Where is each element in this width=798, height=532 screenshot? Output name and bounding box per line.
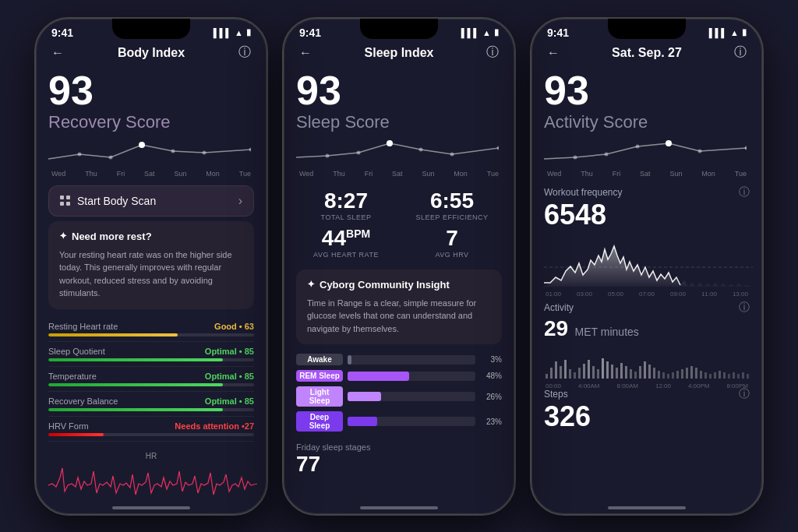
svg-rect-59 bbox=[728, 374, 730, 379]
status-icons-3: ▌▌▌ ▲ ▮ bbox=[709, 27, 747, 37]
wifi-icon-2: ▲ bbox=[482, 28, 491, 37]
home-indicator-2 bbox=[360, 506, 438, 509]
workout-freq-section: Workout frequency ⓘ 6548 bbox=[531, 181, 762, 229]
svg-point-9 bbox=[419, 147, 423, 151]
svg-rect-39 bbox=[634, 372, 637, 379]
insight-title-1: Need more rest? bbox=[72, 231, 152, 242]
svg-rect-40 bbox=[639, 366, 641, 379]
info-icon-steps[interactable]: ⓘ bbox=[739, 387, 750, 401]
battery-icon: ▮ bbox=[246, 27, 251, 37]
stage-rem: REM Sleep 48% bbox=[296, 370, 502, 382]
stage-deep: Deep Sleep 23% bbox=[296, 411, 502, 432]
notch-3 bbox=[608, 19, 686, 39]
svg-rect-62 bbox=[742, 372, 744, 379]
notch-2 bbox=[360, 19, 438, 39]
svg-rect-35 bbox=[616, 368, 618, 379]
svg-rect-22 bbox=[555, 361, 557, 379]
svg-rect-37 bbox=[625, 366, 627, 379]
svg-rect-25 bbox=[569, 369, 571, 379]
sleep-stages: Awake 3% REM Sleep 48% Lig bbox=[284, 351, 514, 439]
insight-card-2: ✦ Cyborg Community Insight Time in Range… bbox=[296, 270, 502, 345]
svg-rect-51 bbox=[690, 366, 693, 379]
activity-section: Activity ⓘ 29 MET minutes bbox=[531, 298, 762, 341]
status-icons-2: ▌▌▌ ▲ ▮ bbox=[461, 27, 499, 37]
svg-rect-58 bbox=[723, 372, 726, 379]
stat-avg-hr: 44BPM AVG HEART RATE bbox=[296, 227, 396, 259]
mini-chart-1: WedThuFriSatSunMonTue bbox=[36, 132, 267, 181]
workout-chart-axis: 01:00 03:00 05:00 07:00 09:00 11:00 13:0… bbox=[544, 291, 750, 298]
svg-point-12 bbox=[666, 140, 672, 146]
nav-title-3: Sat. Sep. 27 bbox=[612, 46, 682, 60]
metrics-list-1: Resting Heart rate Good • 63 Sleep Quoti… bbox=[36, 314, 267, 445]
score-section-1: 93 Recovery Score bbox=[36, 67, 267, 132]
score-label-1: Recovery Score bbox=[48, 112, 254, 132]
nav-title-1: Body Index bbox=[118, 46, 185, 60]
stat-total-sleep: 8:27 TOTAL SLEEP bbox=[296, 190, 396, 221]
svg-point-11 bbox=[497, 146, 500, 150]
body-scan-button[interactable]: Start Body Scan › bbox=[48, 185, 254, 217]
info-button-3[interactable]: ⓘ bbox=[731, 44, 750, 62]
svg-point-4 bbox=[203, 150, 207, 154]
back-button-3[interactable]: ← bbox=[544, 44, 563, 62]
sleep-stats: 8:27 TOTAL SLEEP 6:55 SLEEP EFFICIENCY 4… bbox=[284, 184, 514, 265]
nav-bar-3: ← Sat. Sep. 27 ⓘ bbox=[531, 42, 762, 67]
steps-value: 326 bbox=[544, 403, 750, 431]
chart-svg-1 bbox=[48, 137, 251, 165]
mini-chart-2: WedThuFriSatSunMonTue bbox=[284, 132, 514, 181]
svg-rect-49 bbox=[681, 369, 683, 379]
info-button-2[interactable]: ⓘ bbox=[483, 44, 502, 62]
svg-point-15 bbox=[636, 144, 640, 148]
svg-point-5 bbox=[249, 147, 252, 151]
phone-body-index: 9:41 ▌▌▌ ▲ ▮ ← Body Index ⓘ 93 Recovery … bbox=[34, 17, 268, 516]
insight-icon-1: ✦ bbox=[59, 231, 67, 241]
nav-title-2: Sleep Index bbox=[365, 46, 434, 60]
svg-rect-44 bbox=[658, 371, 660, 379]
svg-point-6 bbox=[387, 140, 393, 146]
met-value: 29 MET minutes bbox=[544, 316, 750, 341]
chart-svg-2 bbox=[296, 137, 499, 165]
svg-point-2 bbox=[109, 155, 113, 159]
activity-label: Activity bbox=[544, 302, 574, 313]
chart-svg-3 bbox=[544, 137, 747, 165]
phones-container: 9:41 ▌▌▌ ▲ ▮ ← Body Index ⓘ 93 Recovery … bbox=[26, 9, 772, 523]
svg-rect-53 bbox=[700, 371, 702, 379]
score-section-2: 93 Sleep Score bbox=[284, 67, 514, 132]
back-button-2[interactable]: ← bbox=[296, 44, 315, 62]
battery-icon-3: ▮ bbox=[742, 27, 747, 37]
svg-rect-46 bbox=[667, 374, 669, 379]
svg-point-7 bbox=[326, 153, 330, 157]
info-icon-activity[interactable]: ⓘ bbox=[739, 301, 750, 315]
svg-rect-48 bbox=[676, 371, 679, 379]
home-indicator-1 bbox=[112, 506, 190, 509]
svg-rect-57 bbox=[719, 371, 721, 379]
time-1: 9:41 bbox=[51, 26, 73, 39]
body-scan-label: Start Body Scan bbox=[77, 195, 156, 207]
svg-rect-28 bbox=[583, 364, 585, 379]
activity-chart: 00:00 4:00AM 8:00AM 12:00 4:00PM 8:00PM bbox=[531, 341, 762, 384]
metric-row-hrv-form: HRV Form Needs attention •27 bbox=[48, 417, 254, 442]
wifi-icon-3: ▲ bbox=[730, 28, 739, 37]
svg-point-10 bbox=[450, 152, 454, 156]
metric-row-temperature: Temperature Optimal • 85 bbox=[48, 367, 254, 392]
info-icon-workout[interactable]: ⓘ bbox=[739, 185, 750, 199]
insight-text-1: Your resting heart rate was on the highe… bbox=[59, 248, 243, 300]
info-button-1[interactable]: ⓘ bbox=[235, 44, 254, 62]
status-icons-1: ▌▌▌ ▲ ▮ bbox=[214, 27, 251, 37]
mini-chart-3: WedThuFriSatSunMonTue bbox=[531, 132, 762, 181]
insight-card-1: ✦ Need more rest? Your resting heart rat… bbox=[48, 221, 254, 309]
score-number-2: 93 bbox=[296, 70, 502, 111]
hr-section: HR bbox=[36, 452, 267, 514]
chart-days-2: WedThuFriSatSunMonTue bbox=[296, 170, 502, 178]
svg-rect-50 bbox=[686, 368, 688, 379]
chart-days-1: WedThuFriSatSunMonTue bbox=[48, 170, 254, 178]
svg-rect-21 bbox=[550, 368, 553, 379]
chart-days-3: WedThuFriSatSunMonTue bbox=[544, 170, 750, 178]
workout-freq-value: 6548 bbox=[544, 201, 750, 229]
insight-title-2: Cyborg Community Insight bbox=[320, 279, 450, 291]
nav-bar-2: ← Sleep Index ⓘ bbox=[284, 42, 514, 67]
nav-bar-1: ← Body Index ⓘ bbox=[36, 42, 267, 67]
svg-rect-45 bbox=[662, 372, 665, 379]
back-button-1[interactable]: ← bbox=[48, 44, 67, 62]
svg-rect-26 bbox=[574, 372, 576, 379]
svg-rect-36 bbox=[620, 363, 623, 379]
